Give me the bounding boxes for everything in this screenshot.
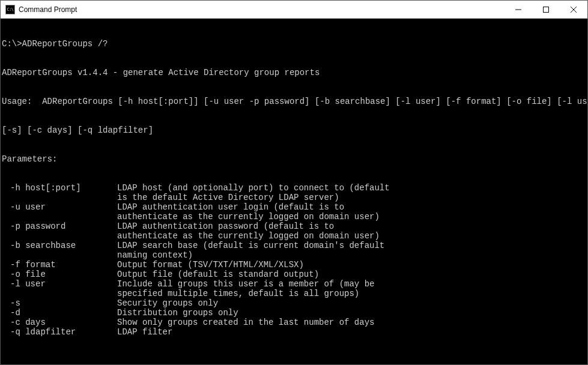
param-description: Output file (default is standard output) [117,270,586,279]
cmd-icon: C:\ [5,5,15,14]
param-flag: -o file [2,270,117,279]
svg-rect-1 [544,7,549,12]
param-description: Include all groups this user is a member… [117,279,586,289]
param-description: LDAP authentication password (default is… [117,222,586,231]
usage-line: Usage: ADReportGroups [-h host[:port]] [… [2,97,586,106]
param-description: LDAP filter [117,327,586,337]
parameter-row: -b searchbaseLDAP search base (default i… [2,241,586,250]
param-flag: -p password [2,222,117,231]
parameter-row: -f formatOutput format (TSV/TXT/HTML/XML… [2,260,586,270]
param-flag: -d [2,308,117,318]
minimize-button[interactable] [505,1,532,18]
param-flag: -q ldapfilter [2,327,117,337]
param-flag: -h host[:port] [2,183,117,193]
param-flag: -f format [2,260,117,270]
param-description: LDAP host (and optionally port) to conne… [117,183,586,193]
parameter-row: -l userInclude all groups this user is a… [2,279,586,289]
param-description: LDAP search base (default is current dom… [117,241,586,250]
param-description: Security groups only [117,298,586,308]
param-description: LDAP authentication user login (default … [117,202,586,212]
command-prompt-window: C:\ Command Prompt C:\>ADReportGroups /?… [0,0,588,365]
parameter-row: -o fileOutput file (default is standard … [2,270,586,279]
close-button[interactable] [560,1,587,18]
param-description-continuation: specified multiple times, default is all… [2,289,586,298]
maximize-button[interactable] [532,1,560,18]
param-description: Distribution groups only [117,308,586,318]
parameter-row: -dDistribution groups only [2,308,586,318]
param-flag: -u user [2,202,117,212]
titlebar[interactable]: C:\ Command Prompt [1,1,587,19]
parameter-row: -h host[:port]LDAP host (and optionally … [2,183,586,193]
param-description: Show only groups created in the last num… [117,318,586,327]
terminal-output[interactable]: C:\>ADReportGroups /? ADReportGroups v1.… [1,19,587,364]
param-flag: -l user [2,279,117,289]
param-description-continuation: is the default Active Directory LDAP ser… [2,193,586,202]
prompt-line: C:\>ADReportGroups /? [2,39,586,49]
parameter-row: -p passwordLDAP authentication password … [2,222,586,231]
usage-line-2: [-s] [-c days] [-q ldapfilter] [2,125,586,135]
param-description: Output format (TSV/TXT/HTML/XML/XLSX) [117,260,586,270]
param-description-continuation: authenticate as the currently logged on … [2,231,586,241]
parameter-row: -c daysShow only groups created in the l… [2,318,586,327]
window-title: Command Prompt [19,5,505,14]
parameter-row: -sSecurity groups only [2,298,586,308]
param-flag: -s [2,298,117,308]
window-controls [505,1,587,18]
param-description-continuation: naming context) [2,250,586,260]
blank-line [2,356,586,364]
parameter-row: -u userLDAP authentication user login (d… [2,202,586,212]
param-flag: -b searchbase [2,241,117,250]
param-description-continuation: authenticate as the currently logged on … [2,212,586,222]
parameters-list: -h host[:port]LDAP host (and optionally … [2,183,586,337]
parameter-row: -q ldapfilterLDAP filter [2,327,586,337]
param-flag: -c days [2,318,117,327]
parameters-header: Parameters: [2,154,586,164]
version-line: ADReportGroups v1.4.4 - generate Active … [2,68,586,77]
